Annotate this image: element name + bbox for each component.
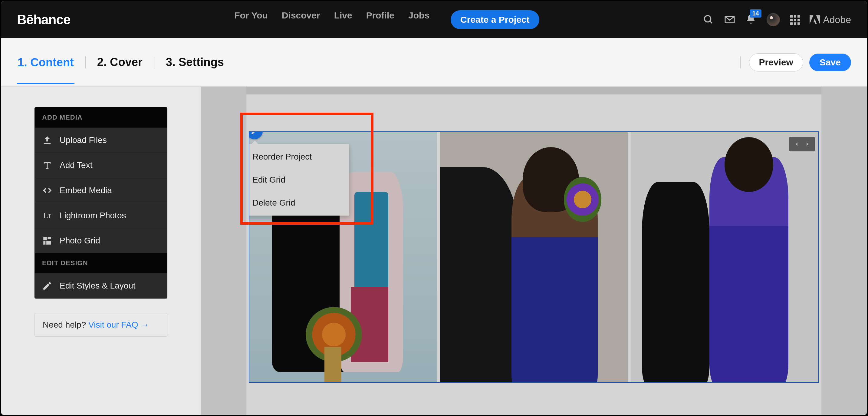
search-icon[interactable] (703, 14, 714, 25)
popup-reorder-project[interactable]: Reorder Project (249, 145, 349, 168)
editor-steps-bar: 1. Content 2. Cover 3. Settings Preview … (1, 38, 867, 87)
adobe-label: Adobe (823, 14, 851, 25)
editor-sidebar: ADD MEDIA Upload Files Add Text Embed Me… (1, 87, 201, 415)
add-media-heading: ADD MEDIA (35, 108, 167, 127)
step-settings[interactable]: 3. Settings (165, 52, 224, 72)
grid-cell-1[interactable]: Reorder Project Edit Grid Delete Grid (249, 132, 437, 382)
nav-profile[interactable]: Profile (366, 10, 394, 29)
behance-logo[interactable]: Bēhance (17, 12, 70, 27)
help-box: Need help? Visit our FAQ → (34, 313, 167, 337)
notification-badge: 14 (750, 9, 761, 18)
nav-live[interactable]: Live (334, 10, 352, 29)
panel-item-label: Photo Grid (60, 236, 100, 245)
divider (740, 56, 741, 68)
svg-point-0 (705, 16, 711, 22)
create-project-button[interactable]: Create a Project (451, 10, 539, 29)
adobe-link[interactable]: Adobe (810, 14, 851, 25)
avatar[interactable] (767, 13, 780, 26)
sidebar-panel: ADD MEDIA Upload Files Add Text Embed Me… (34, 107, 167, 299)
panel-item-label: Embed Media (60, 186, 112, 195)
photo-grid-item[interactable]: Photo Grid (35, 228, 167, 253)
svg-line-1 (710, 21, 712, 24)
panel-item-label: Lightroom Photos (60, 211, 126, 220)
preview-button[interactable]: Preview (749, 53, 803, 71)
popup-edit-grid[interactable]: Edit Grid (249, 168, 349, 191)
panel-item-label: Add Text (60, 160, 92, 170)
faq-link[interactable]: Visit our FAQ → (88, 320, 149, 329)
nav-for-you[interactable]: For You (234, 10, 268, 29)
edit-styles-layout-item[interactable]: Edit Styles & Layout (35, 273, 167, 298)
nav-discover[interactable]: Discover (282, 10, 320, 29)
pencil-icon (42, 281, 52, 291)
canvas-top-strip (246, 86, 822, 94)
grid-icon (42, 236, 52, 246)
grid-cell-2[interactable] (440, 132, 628, 382)
popup-delete-grid[interactable]: Delete Grid (249, 191, 349, 214)
grid-cell-3[interactable] (631, 132, 818, 382)
panel-item-label: Edit Styles & Layout (60, 281, 135, 291)
lightroom-photos-item[interactable]: Lr Lightroom Photos (35, 203, 167, 228)
add-text-item[interactable]: Add Text (35, 153, 167, 178)
text-icon (42, 160, 52, 171)
nav-jobs[interactable]: Jobs (408, 10, 430, 29)
apps-icon[interactable] (790, 15, 799, 24)
embed-media-item[interactable]: Embed Media (35, 178, 167, 203)
divider (154, 56, 154, 68)
grid-edit-popup: Reorder Project Edit Grid Delete Grid (249, 144, 349, 215)
upload-files-item[interactable]: Upload Files (35, 127, 167, 153)
divider (85, 56, 86, 68)
help-prefix: Need help? (43, 320, 88, 329)
mail-icon[interactable] (724, 14, 735, 25)
step-cover[interactable]: 2. Cover (97, 52, 143, 72)
panel-item-label: Upload Files (60, 135, 107, 145)
editor-canvas[interactable]: Reorder Project Edit Grid Delete Grid (201, 87, 867, 415)
embed-icon (42, 185, 52, 196)
photo-grid-block[interactable]: Reorder Project Edit Grid Delete Grid (249, 131, 819, 383)
step-content[interactable]: 1. Content (17, 52, 74, 84)
top-nav: Bēhance For You Discover Live Profile Jo… (1, 1, 867, 38)
upload-icon (42, 135, 52, 145)
lightroom-icon: Lr (42, 210, 52, 221)
grid-reorder-arrows[interactable] (789, 137, 815, 151)
edit-design-heading: EDIT DESIGN (35, 253, 167, 273)
save-button[interactable]: Save (809, 54, 851, 71)
